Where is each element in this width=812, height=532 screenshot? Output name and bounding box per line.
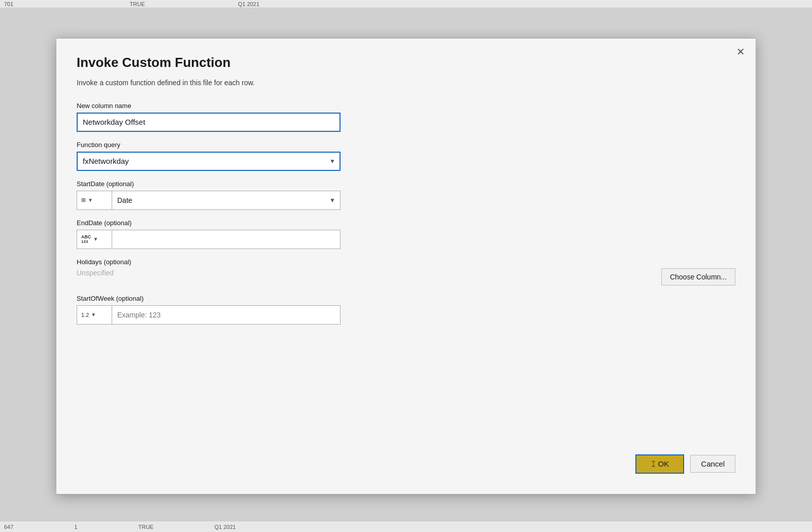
start-of-week-group: StartOfWeek (optional) 1.2 ▼ — [77, 295, 735, 325]
close-button[interactable]: ✕ — [733, 45, 748, 59]
new-column-name-group: New column name — [77, 102, 735, 132]
bg-bottom-col4: Q1 2021 — [214, 524, 235, 530]
bg-bottom-col3: TRUE — [138, 524, 153, 530]
start-date-select[interactable]: Date — [112, 191, 341, 210]
dialog-overlay: 701 TRUE Q1 2021 647 1 TRUE — [0, 0, 812, 532]
end-date-type-arrow: ▼ — [93, 236, 98, 242]
start-date-row: ⊞ ▼ Date ▼ — [77, 191, 341, 210]
bg-col1: 701 — [4, 1, 13, 7]
function-query-group: Function query fxNetworkday ▼ — [77, 141, 735, 171]
end-date-type-selector[interactable]: ABC123 ▼ — [77, 230, 112, 249]
new-column-name-label: New column name — [77, 102, 735, 110]
start-date-type-arrow: ▼ — [88, 197, 93, 203]
bg-table-bottom: 647 1 TRUE Q1 2021 — [0, 521, 812, 532]
dialog-title: Invoke Custom Function — [77, 55, 735, 70]
abc-icon: ABC123 — [81, 235, 91, 244]
start-of-week-label: StartOfWeek (optional) — [77, 295, 735, 302]
holidays-label: Holidays (optional) — [77, 258, 661, 266]
bg-bottom-col1: 647 — [4, 524, 13, 530]
table-icon: ⊞ — [81, 197, 86, 203]
start-of-week-type-arrow: ▼ — [91, 312, 96, 317]
function-query-select-wrapper: fxNetworkday ▼ — [77, 152, 341, 171]
bg-bottom-col2: 1 — [74, 524, 77, 530]
end-date-input[interactable] — [112, 230, 341, 249]
start-date-type-selector[interactable]: ⊞ ▼ — [77, 191, 112, 210]
bg-col2: TRUE — [130, 1, 145, 7]
bg-table-top: 701 TRUE Q1 2021 — [0, 0, 812, 8]
new-column-name-input[interactable] — [77, 113, 341, 132]
ok-label: OK — [658, 459, 669, 468]
start-of-week-row: 1.2 ▼ — [77, 305, 341, 325]
start-date-select-wrapper: Date ▼ — [112, 191, 341, 210]
start-of-week-type-selector[interactable]: 1.2 ▼ — [77, 305, 112, 325]
end-date-group: EndDate (optional) ABC123 ▼ — [77, 219, 735, 249]
ok-button[interactable]: 𝙸 OK — [635, 454, 685, 474]
start-date-group: StartDate (optional) ⊞ ▼ Date ▼ — [77, 180, 735, 210]
cancel-button[interactable]: Cancel — [690, 455, 735, 473]
choose-column-button[interactable]: Choose Column... — [661, 268, 735, 286]
holidays-unspecified: Unspecified — [77, 269, 661, 277]
invoke-custom-function-dialog: ✕ Invoke Custom Function Invoke a custom… — [56, 38, 756, 494]
dialog-subtitle: Invoke a custom function defined in this… — [77, 79, 735, 87]
decimal-icon: 1.2 — [81, 312, 89, 318]
cursor-icon: 𝙸 — [651, 459, 656, 469]
function-query-select[interactable]: fxNetworkday — [77, 152, 341, 171]
holidays-left: Holidays (optional) Unspecified — [77, 258, 661, 277]
end-date-row: ABC123 ▼ — [77, 230, 341, 249]
bg-col3: Q1 2021 — [238, 1, 259, 7]
start-of-week-input[interactable] — [112, 305, 341, 325]
dialog-footer: 𝙸 OK Cancel — [77, 454, 735, 474]
function-query-label: Function query — [77, 141, 735, 149]
end-date-label: EndDate (optional) — [77, 219, 735, 227]
holidays-row: Holidays (optional) Unspecified Choose C… — [77, 258, 735, 286]
start-date-label: StartDate (optional) — [77, 180, 735, 188]
